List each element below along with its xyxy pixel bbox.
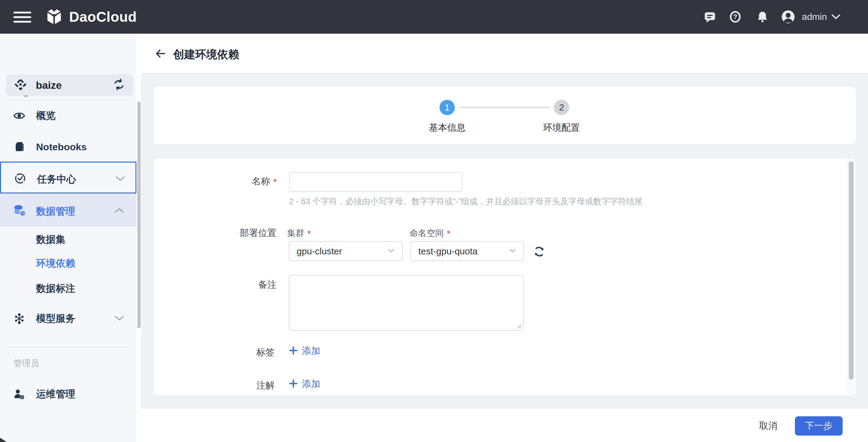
sidebar-item-task-center[interactable]: 任务中心 [0, 161, 136, 194]
sidebar-item-label: 运维管理 [36, 387, 75, 401]
avatar[interactable] [781, 0, 795, 34]
sidebar-subitem-data-annotation[interactable]: 数据标注 [36, 282, 75, 295]
help-icon[interactable]: ? [729, 0, 741, 34]
sidebar: AI Lab baize [0, 34, 141, 442]
user-gear-icon [13, 388, 25, 400]
brand-name: DaoCloud [69, 8, 137, 25]
hamburger-menu-icon[interactable] [13, 11, 31, 23]
add-label-button[interactable]: 添加 [289, 345, 320, 357]
select-chevron-icon [388, 248, 395, 254]
top-bar: DaoCloud ? admin [0, 0, 868, 34]
step-2-label: 环境配置 [522, 121, 601, 134]
stepper-card: 1 2 基本信息 环境配置 [154, 87, 856, 144]
annotations-label: 注解 [213, 379, 275, 392]
sidebar-item-ops-management[interactable]: 运维管理 [0, 383, 136, 405]
database-icon [13, 204, 26, 218]
select-chevron-icon [509, 248, 516, 254]
required-asterisk: * [273, 177, 277, 187]
name-helper-text: 2 - 63 个字符，必须由小写字母、数字字符或“-”组成，并且必须以字母开头及… [289, 196, 643, 207]
workspace-switch-icon[interactable] [113, 78, 125, 92]
eye-icon [13, 110, 25, 121]
sidebar-item-label: 模型服务 [36, 312, 75, 325]
cluster-label: 集群* [287, 228, 311, 239]
remark-label: 备注 [214, 278, 277, 291]
chevron-up-icon [114, 208, 124, 214]
sidebar-item-label: 概览 [36, 109, 56, 122]
add-annotation-button[interactable]: 添加 [289, 378, 320, 390]
required-asterisk: * [447, 228, 451, 238]
plus-icon [289, 379, 298, 389]
content-area: 1 2 基本信息 环境配置 名称* 2 - 63 个字符，必须由小写字母、数字字… [141, 73, 868, 409]
sidebar-subitem-datasets[interactable]: 数据集 [36, 233, 65, 246]
cluster-select[interactable]: gpu-cluster [289, 241, 403, 261]
user-menu-chevron-down-icon[interactable] [831, 0, 840, 34]
name-label: 名称* [215, 175, 277, 188]
step-1-circle: 1 [439, 100, 455, 115]
labels-label: 标签 [213, 346, 275, 359]
workspace-diamond-icon [14, 78, 27, 92]
sidebar-item-label: 数据管理 [36, 205, 75, 218]
namespace-label: 命名空间* [409, 228, 451, 239]
sidebar-item-model-services[interactable]: 模型服务 [0, 307, 136, 330]
sidebar-item-label: Notebooks [36, 141, 87, 153]
notebook-icon [13, 141, 25, 153]
deploy-location-label: 部署位置 [214, 227, 277, 239]
daocloud-logo-icon [45, 7, 64, 27]
next-step-button[interactable]: 下一步 [795, 416, 843, 436]
form-scrollbar-thumb[interactable] [849, 161, 854, 380]
divider [8, 347, 131, 347]
step-1-label: 基本信息 [407, 121, 487, 134]
sidebar-item-overview[interactable]: 概览 [0, 105, 136, 127]
plus-icon [289, 346, 298, 356]
cancel-button[interactable]: 取消 [750, 416, 787, 436]
bottom-action-bar: 取消 下一步 [141, 409, 868, 442]
divider [8, 100, 131, 101]
sidebar-subitem-environments[interactable]: 环境依赖 [36, 257, 75, 270]
refresh-icon[interactable] [533, 245, 546, 259]
sidebar-scrollbar-thumb[interactable] [137, 101, 141, 328]
chevron-down-icon [115, 176, 125, 183]
back-arrow-icon[interactable] [154, 48, 167, 60]
step-connector [460, 107, 550, 108]
brand: DaoCloud [45, 0, 137, 34]
svg-text:?: ? [733, 13, 737, 21]
sidebar-section-admin: 管理员 [13, 357, 39, 369]
required-asterisk: * [307, 228, 311, 238]
namespace-select[interactable]: test-gpu-quota [410, 241, 524, 261]
remark-textarea[interactable] [289, 275, 524, 331]
task-center-icon [14, 173, 26, 185]
sidebar-item-data-management[interactable]: 数据管理 [0, 194, 136, 227]
chevron-down-icon [114, 316, 125, 322]
form-card: 名称* 2 - 63 个字符，必须由小写字母、数字字符或“-”组成，并且必须以字… [154, 158, 856, 395]
model-services-icon [13, 313, 25, 324]
workspace-selector[interactable]: baize [6, 75, 133, 96]
user-name[interactable]: admin [802, 11, 827, 22]
step-2-circle: 2 [554, 100, 569, 115]
sidebar-item-notebooks[interactable]: Notebooks [0, 136, 136, 158]
sidebar-item-label: 任务中心 [37, 173, 76, 186]
workspace-name: baize [36, 79, 104, 91]
feedback-icon[interactable] [704, 0, 716, 34]
name-input[interactable] [289, 172, 462, 192]
page-header: 创建环境依赖 [141, 34, 868, 73]
page-title: 创建环境依赖 [173, 47, 239, 62]
notifications-bell-icon[interactable] [756, 0, 769, 34]
